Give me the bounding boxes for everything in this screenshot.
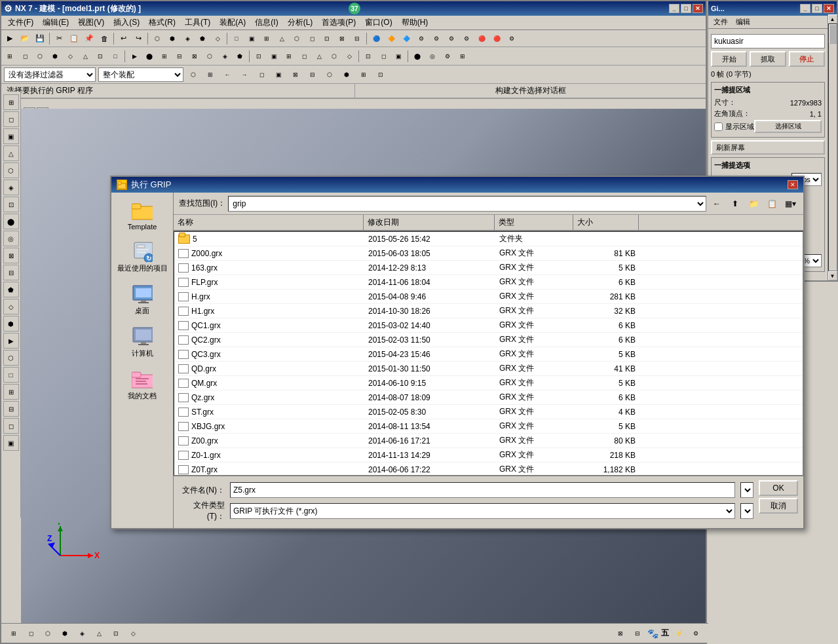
nav-item-computer[interactable]: 计算机: [114, 324, 170, 361]
filter-btn-g[interactable]: ⊠: [288, 67, 303, 82]
tb-back-btn[interactable]: ←: [709, 196, 725, 212]
table-row[interactable]: Qz.grx 2014-08-07 18:09 GRX 文件 6 KB: [174, 390, 803, 405]
tb-btn-x[interactable]: ⚙: [505, 31, 519, 46]
tb-btn-a[interactable]: ⬡: [150, 31, 164, 46]
side-btn-13[interactable]: ◇: [3, 299, 19, 314]
gi-scroll-down-btn[interactable]: ▼: [828, 271, 837, 280]
nav-item-desktop[interactable]: 桌面: [114, 281, 170, 318]
side-btn-19[interactable]: ⊟: [3, 401, 19, 417]
tb2-btn-v[interactable]: ⬡: [327, 49, 341, 64]
filter-btn-c[interactable]: ←: [220, 67, 235, 82]
bottom-tb-a[interactable]: ⊞: [7, 626, 21, 641]
tb2-btn-q[interactable]: ⊡: [252, 49, 266, 64]
menu-file[interactable]: 文件(F): [4, 16, 37, 29]
table-row[interactable]: H1.grx 2014-10-30 18:26 GRX 文件 32 KB: [174, 304, 803, 318]
filter-btn-h[interactable]: ⊟: [305, 67, 320, 82]
side-btn-5[interactable]: ⬡: [3, 162, 19, 178]
tb-btn-k[interactable]: ◻: [305, 31, 319, 46]
menu-view[interactable]: 视图(V): [74, 16, 108, 29]
tb-btn-q[interactable]: 🔷: [399, 31, 413, 46]
location-select[interactable]: grip: [228, 196, 706, 212]
tb2-btn-ac[interactable]: ⚙: [440, 49, 455, 64]
side-btn-12[interactable]: ⬟: [3, 282, 19, 297]
gi-menu-file[interactable]: 文件: [711, 16, 731, 28]
tb-btn-o[interactable]: 🔵: [369, 31, 383, 46]
tb-start-btn[interactable]: ▶: [3, 31, 17, 46]
table-row[interactable]: QC1.grx 2015-03-02 14:40 GRX 文件 6 KB: [174, 318, 803, 333]
minimize-btn[interactable]: _: [669, 4, 679, 13]
tb2-btn-i[interactable]: ▶: [127, 49, 142, 64]
table-row[interactable]: QM.grx 2014-06-10 9:15 GRX 文件 5 KB: [174, 376, 803, 390]
tb2-btn-d[interactable]: ⬢: [48, 49, 62, 64]
gi-show-area-checkbox[interactable]: [714, 123, 723, 131]
maximize-btn[interactable]: □: [681, 4, 691, 13]
tb-btn-h[interactable]: ⊞: [259, 31, 274, 46]
dialog-close-btn[interactable]: ✕: [788, 180, 798, 189]
table-row[interactable]: QD.grx 2015-01-30 11:50 GRX 文件 41 KB: [174, 362, 803, 376]
filter-btn-b[interactable]: ⊞: [203, 67, 218, 82]
menu-window[interactable]: 窗口(O): [361, 16, 396, 29]
side-btn-15[interactable]: ▶: [3, 333, 19, 349]
tb2-btn-a[interactable]: ⊞: [3, 49, 17, 64]
gi-minimize-btn[interactable]: _: [800, 4, 810, 13]
menu-prefs[interactable]: 首选项(P): [318, 16, 360, 29]
menu-info[interactable]: 信息(I): [251, 16, 282, 29]
tb-redo-btn[interactable]: ↪: [131, 31, 145, 46]
tb-btn-e[interactable]: ◇: [210, 31, 225, 46]
bottom-tb-h[interactable]: ◇: [126, 626, 140, 641]
filter-btn-e[interactable]: ◻: [254, 67, 269, 82]
tb2-btn-x[interactable]: ⊡: [361, 49, 375, 64]
tb2-btn-l[interactable]: ⊟: [172, 49, 187, 64]
tb-btn-u[interactable]: ⚙: [459, 31, 474, 46]
bottom-tb-f[interactable]: △: [92, 626, 106, 641]
tb2-btn-y[interactable]: ◻: [376, 49, 390, 64]
menu-insert[interactable]: 插入(S): [109, 16, 143, 29]
tb-btn-g[interactable]: ▣: [244, 31, 259, 46]
tb-btn-n[interactable]: ⊟: [350, 31, 364, 46]
tb2-btn-j[interactable]: ⬤: [142, 49, 157, 64]
tb-btn-f[interactable]: □: [229, 31, 244, 46]
tb-btn-d[interactable]: ⬟: [195, 31, 210, 46]
cancel-button[interactable]: 取消: [759, 498, 798, 514]
gi-scroll-up-btn[interactable]: ▲: [828, 14, 837, 24]
tb-btn-c[interactable]: ◈: [180, 31, 195, 46]
table-row[interactable]: FLP.grx 2014-11-06 18:04 GRX 文件 6 KB: [174, 275, 803, 290]
tb2-btn-m[interactable]: ⊠: [187, 49, 202, 64]
bottom-tb-j[interactable]: ⊟: [630, 626, 645, 641]
tb-btn-t[interactable]: ⚙: [444, 31, 459, 46]
gi-maximize-btn[interactable]: □: [812, 4, 822, 13]
tb-btn-w[interactable]: 🔴: [489, 31, 504, 46]
tb-cut-btn[interactable]: ✂: [52, 31, 66, 46]
tb2-btn-b[interactable]: ◻: [18, 49, 32, 64]
table-row[interactable]: 5 2015-05-26 15:42 文件夹: [174, 232, 803, 246]
filename-input[interactable]: [230, 482, 735, 498]
nav-item-docs[interactable]: 我的文档: [114, 366, 170, 404]
filter-btn-k[interactable]: ⊞: [356, 67, 371, 82]
tb2-btn-h[interactable]: □: [108, 49, 123, 64]
filter-btn-d[interactable]: →: [237, 67, 252, 82]
bottom-tb-g[interactable]: ⊡: [109, 626, 123, 641]
tb2-btn-e[interactable]: ◇: [63, 49, 77, 64]
gi-select-area-btn[interactable]: 选择区域: [754, 120, 822, 133]
tb-view-btn[interactable]: ▦▾: [782, 196, 798, 212]
side-btn-16[interactable]: ⬡: [3, 350, 19, 366]
side-btn-20[interactable]: ◻: [3, 418, 19, 434]
tb2-btn-g[interactable]: ⊡: [93, 49, 107, 64]
side-btn-4[interactable]: △: [3, 145, 19, 161]
tb2-btn-c[interactable]: ⬡: [33, 49, 47, 64]
tb-btn-l[interactable]: ⊡: [320, 31, 334, 46]
tb-btn-p[interactable]: 🔶: [384, 31, 398, 46]
tb-paste-btn[interactable]: 📌: [82, 31, 96, 46]
tb-btn-i[interactable]: △: [275, 31, 289, 46]
side-btn-11[interactable]: ⊟: [3, 265, 19, 280]
menu-analysis[interactable]: 分析(L): [284, 16, 317, 29]
filename-dropdown[interactable]: ▾: [740, 482, 753, 498]
table-row[interactable]: Z0T.grx 2014-06-06 17:22 GRX 文件 1,182 KB: [174, 463, 803, 476]
side-btn-17[interactable]: □: [3, 367, 19, 383]
bottom-tb-d[interactable]: ⬢: [58, 626, 72, 641]
col-name[interactable]: 名称: [174, 215, 364, 230]
table-row[interactable]: Z00.grx 2014-06-16 17:21 GRX 文件 80 KB: [174, 434, 803, 448]
side-btn-1[interactable]: ⊞: [3, 94, 19, 110]
tb-btn-m[interactable]: ⊠: [335, 31, 349, 46]
tb2-btn-r[interactable]: ▣: [267, 49, 281, 64]
